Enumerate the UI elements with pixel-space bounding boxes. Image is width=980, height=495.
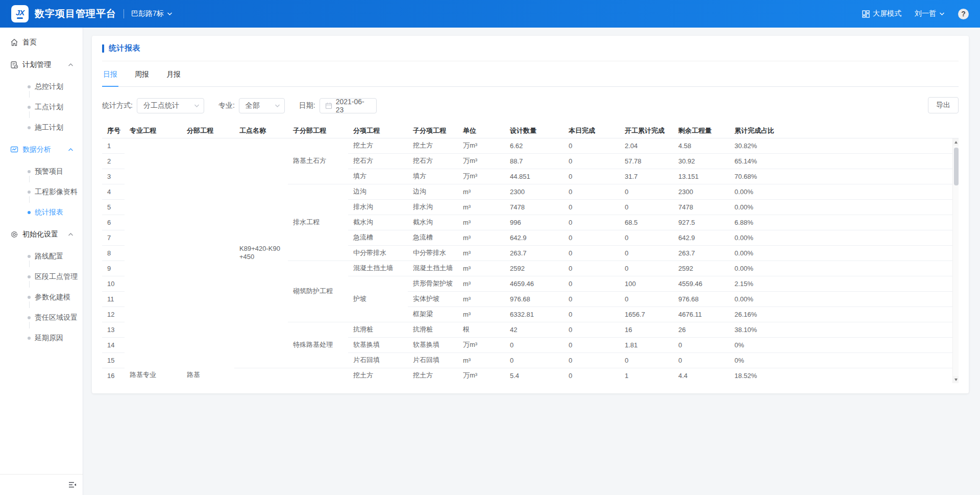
table-cell: 排水沟 (348, 199, 408, 215)
sidebar-item-home[interactable]: 首页 (0, 32, 83, 53)
table-cell: 7478 (505, 199, 564, 215)
big-screen-mode-button[interactable]: 大屏模式 (862, 9, 901, 18)
table-cell: 4559.46 (673, 276, 729, 291)
export-button[interactable]: 导出 (928, 97, 959, 113)
chevron-up-icon (68, 232, 74, 237)
table-cell: 8 (102, 245, 125, 261)
table-cell: 万m³ (458, 153, 505, 169)
chevron-down-icon (275, 104, 280, 108)
sidebar-collapse-button[interactable] (68, 481, 77, 488)
sidebar-subitem[interactable]: 工程影像资料 (0, 182, 83, 202)
gear-icon (10, 230, 18, 239)
table-cell: 0 (564, 215, 620, 230)
stat-method-select[interactable]: 分工点统计 (137, 98, 204, 113)
table-cell: 642.9 (505, 230, 564, 245)
table-cell: 混凝土挡土墙 (408, 261, 458, 276)
sidebar-subitem[interactable]: 责任区域设置 (0, 308, 83, 328)
table-cell-merged: 路基 (182, 138, 234, 383)
sidebar-subitem[interactable]: 延期原因 (0, 328, 83, 348)
sidebar-subitem[interactable]: 工点计划 (0, 97, 83, 117)
scroll-down-button[interactable] (953, 376, 959, 383)
bullet-icon (28, 85, 31, 88)
vertical-scrollbar[interactable] (952, 138, 959, 383)
table-row: 1路基专业路基K89+420-K90+450路基土石方挖土方挖土方万m³6.62… (102, 138, 959, 153)
report-table-wrap: 序号专业工程分部工程工点名称子分部工程分项工程子分项工程单位设计数量本日完成开工… (102, 124, 959, 383)
bullet-icon (28, 255, 31, 258)
stat-method-label: 统计方式: (102, 101, 133, 110)
table-cell: m³ (458, 276, 505, 291)
table-cell: 0 (620, 352, 673, 368)
table-cell: 1.81 (620, 337, 673, 352)
sidebar-subitem[interactable]: 路线配置 (0, 246, 83, 267)
table-cell: 0% (729, 352, 959, 368)
table-cell: 42 (505, 322, 564, 337)
table-cell: 3 (102, 169, 125, 184)
sidebar-group-label: 计划管理 (22, 60, 51, 69)
table-cell: 100 (620, 276, 673, 291)
table-cell: 6.62 (505, 138, 564, 153)
bullet-icon (28, 126, 31, 129)
logo-underline (17, 17, 23, 19)
table-cell: 4659.46 (505, 276, 564, 291)
tab-weekly[interactable]: 周报 (134, 70, 150, 86)
table-cell: 0.00% (729, 199, 959, 215)
sidebar-subitem[interactable]: 参数化建模 (0, 287, 83, 308)
table-cell: 16 (620, 322, 673, 337)
major-label: 专业: (218, 101, 235, 110)
column-header: 开工累计完成 (620, 124, 673, 138)
table-cell: 拱形骨架护坡 (408, 276, 458, 291)
tab-daily[interactable]: 日报 (102, 70, 118, 86)
data-analysis-icon (10, 146, 18, 154)
sidebar-group-data-analysis[interactable]: 数据分析 (0, 138, 83, 161)
sidebar-group-plan[interactable]: 计划管理 (0, 53, 83, 77)
table-cell: 0.00% (729, 230, 959, 245)
date-picker[interactable]: 2021-06-23 (320, 98, 377, 113)
table-cell: 实体护坡 (408, 291, 458, 307)
scrollbar-thumb[interactable] (954, 148, 959, 185)
table-cell: 0 (620, 184, 673, 199)
sidebar-subitem[interactable]: 施工计划 (0, 117, 83, 138)
table-cell: 0 (564, 276, 620, 291)
table-cell: 996 (505, 215, 564, 230)
table-cell: 15 (102, 352, 125, 368)
table-cell: 混凝土挡土墙 (348, 261, 408, 276)
tab-monthly[interactable]: 月报 (165, 70, 182, 86)
table-cell: 927.5 (673, 215, 729, 230)
table-cell: 0 (564, 322, 620, 337)
sidebar-subitem[interactable]: 总控计划 (0, 77, 83, 97)
table-cell: m³ (458, 307, 505, 322)
chevron-down-icon (194, 104, 200, 108)
column-header: 工点名称 (234, 124, 288, 138)
date-label: 日期: (299, 101, 315, 110)
table-cell-merged (288, 368, 348, 383)
table-cell: 70.68% (729, 169, 959, 184)
help-icon[interactable]: ? (958, 9, 969, 19)
scroll-up-button[interactable] (953, 138, 959, 146)
column-header: 累计完成占比 (729, 124, 959, 138)
sidebar-subitem[interactable]: 预警项目 (0, 161, 83, 182)
bullet-icon (28, 211, 31, 214)
table-cell: 263.7 (673, 245, 729, 261)
table-cell: m³ (458, 184, 505, 199)
project-selector[interactable]: 巴彭路7标 (131, 9, 173, 18)
table-cell: 片石回填 (408, 352, 458, 368)
table-cell: 16 (102, 368, 125, 383)
home-icon (10, 38, 18, 46)
menu-fold-icon (68, 481, 77, 488)
user-menu[interactable]: 刘一哲 (915, 9, 945, 18)
table-cell: 抗滑桩 (348, 322, 408, 337)
sidebar-subitem[interactable]: 统计报表 (0, 202, 83, 223)
sidebar-group-init-settings[interactable]: 初始化设置 (0, 223, 83, 246)
table-cell: m³ (458, 199, 505, 215)
table-cell: 13.151 (673, 169, 729, 184)
table-cell: 0.00% (729, 184, 959, 199)
major-select[interactable]: 全部 (239, 98, 285, 113)
sidebar-group-label: 初始化设置 (22, 230, 58, 239)
table-cell: 抗滑桩 (408, 322, 458, 337)
table-cell: 0 (564, 337, 620, 352)
table-cell: m³ (458, 291, 505, 307)
table-cell: 11 (102, 291, 125, 307)
table-cell: 30.82% (729, 138, 959, 153)
sidebar-subitem[interactable]: 区段工点管理 (0, 267, 83, 287)
table-cell: 2 (102, 153, 125, 169)
